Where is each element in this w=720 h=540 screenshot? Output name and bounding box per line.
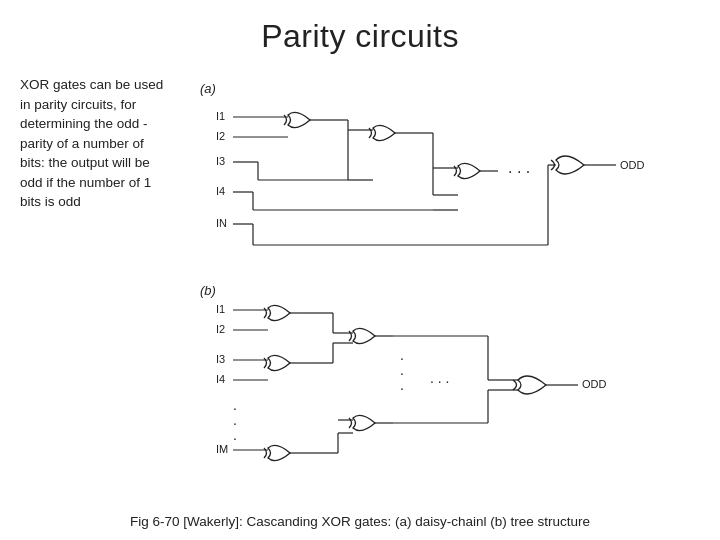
svg-text:I2: I2 [216,130,225,142]
svg-text:. . .: . . . [430,370,449,386]
svg-text:. . .: . . . [508,159,530,176]
svg-text:ODD: ODD [582,378,607,390]
svg-text:I4: I4 [216,373,225,385]
svg-text:IN: IN [216,217,227,229]
svg-text:I3: I3 [216,155,225,167]
svg-text:I4: I4 [216,185,225,197]
svg-text:.: . [400,362,404,378]
page-title: Parity circuits [0,0,720,55]
svg-text:IM: IM [216,443,228,455]
svg-text:.: . [400,347,404,363]
description-text: XOR gates can be used in parity circuits… [20,65,175,465]
diagram-area: (a) I1 I2 I3 [175,65,700,465]
svg-text:I3: I3 [216,353,225,365]
svg-text:.: . [233,427,237,443]
svg-text:I2: I2 [216,323,225,335]
svg-text:.: . [233,412,237,428]
svg-text:ODD: ODD [620,159,645,171]
label-a: (a) [200,81,216,96]
svg-text:.: . [233,397,237,413]
figure-caption: Fig 6-70 [Wakerly]: Cascanding XOR gates… [130,514,590,529]
circuit-diagram: (a) I1 I2 I3 [178,65,698,465]
svg-text:.: . [400,377,404,393]
svg-text:I1: I1 [216,303,225,315]
svg-text:(b): (b) [200,283,216,298]
svg-text:I1: I1 [216,110,225,122]
caption-area: Fig 6-70 [Wakerly]: Cascanding XOR gates… [0,512,720,530]
svg-text:IN: IN [216,463,227,465]
